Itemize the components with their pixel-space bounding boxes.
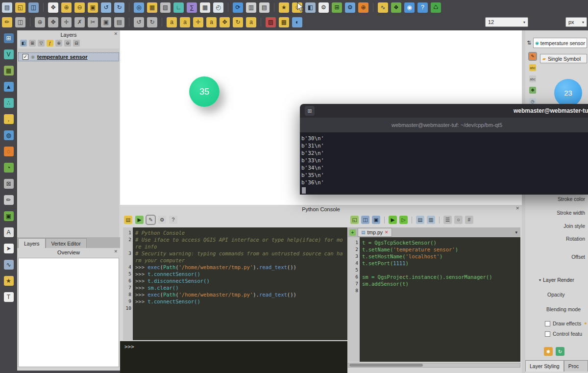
find-text-icon[interactable]: ○ [454, 216, 463, 224]
terminal-tab-bar[interactable]: webmaster@webmaster-tuf: ~/dev/cpp/bm-qt… [300, 118, 588, 132]
annotation-text-icon[interactable]: A [4, 227, 14, 237]
zoom-last-icon[interactable]: ↺ [101, 2, 111, 13]
python-console-icon[interactable]: ∿ [378, 2, 388, 13]
scrollbar-thumb[interactable] [349, 364, 423, 367]
move-label-icon[interactable]: ✥ [220, 17, 230, 27]
attribute-table-icon[interactable]: ▦ [200, 2, 210, 13]
save-as-script-icon[interactable]: ▣ [372, 216, 380, 224]
measure-icon[interactable]: ∟ [173, 2, 184, 13]
tab-layer-styling[interactable]: Layer Styling [525, 360, 564, 372]
polyline-annotation-icon[interactable]: ∿ [4, 260, 14, 270]
symbol-preview-circle[interactable]: 23 [554, 79, 582, 107]
new-terminal-tab-icon[interactable]: ⊞ [305, 106, 315, 116]
copy-features-icon[interactable]: ▣ [101, 17, 111, 27]
save-script-icon[interactable]: ◫ [361, 216, 369, 224]
pan-map-icon[interactable]: ✥ [48, 2, 58, 13]
symbol-type-combo[interactable]: ▰ Single Symbol [540, 54, 587, 63]
zoom-in-icon[interactable]: ⊕ [61, 2, 72, 13]
refresh-map-icon[interactable]: ⟳ [233, 2, 243, 13]
diagrams-icon[interactable]: ❖ [529, 87, 536, 94]
console-output[interactable]: 1# Python Console2# Use iface to access … [123, 227, 347, 340]
delete-selected-icon[interactable]: ✗ [74, 17, 85, 27]
redo-icon[interactable]: ↻ [147, 17, 157, 27]
filter-legend-icon[interactable]: ▽ [38, 40, 45, 47]
zoom-out-icon[interactable]: ⊖ [74, 2, 85, 13]
layer-select-combo[interactable]: ◉ temperature sensor ▾ [533, 38, 587, 48]
panel-splitter[interactable] [522, 30, 525, 373]
live-update-icon[interactable]: ⇅ [527, 40, 531, 46]
close-icon[interactable]: ✕ [114, 31, 118, 36]
recycle-icon[interactable]: ♺ [431, 2, 441, 13]
select-features-icon[interactable]: ▦ [147, 2, 157, 13]
add-xyz-layer-icon[interactable]: ⊠ [4, 179, 14, 189]
close-icon[interactable]: ✕ [114, 249, 118, 254]
zoom-full-icon[interactable]: ▣ [88, 2, 98, 13]
select-tool-icon[interactable]: ➤ [4, 244, 14, 253]
processing-toolbox-icon[interactable]: ⚙ [345, 2, 355, 13]
map-themes-icon[interactable]: ◧ [305, 2, 316, 13]
layer-visibility-checkbox[interactable]: ✓ [23, 54, 28, 60]
collapse-all-icon[interactable]: ⊖ [64, 40, 71, 47]
open-script-icon[interactable]: ◱ [350, 216, 359, 224]
editor-code[interactable]: 1t = QgsTcpSocketSensor()2t.setName('tem… [348, 237, 520, 362]
star-annotation-icon[interactable]: ★ [4, 276, 14, 286]
project-new-icon[interactable]: ▤ [2, 2, 12, 13]
add-spatialite-layer-icon[interactable]: ◌ [4, 147, 14, 156]
plugin-manager-icon[interactable]: ⊕ [358, 2, 368, 13]
remove-layer-icon[interactable]: ⊟ [73, 40, 80, 47]
metasearch-icon[interactable]: ◐ [292, 17, 302, 27]
clear-console-icon[interactable]: ▤ [124, 216, 132, 224]
draw-effects-checkbox[interactable] [545, 321, 550, 326]
layer-item[interactable]: ✓ ◉ temperature sensor [18, 52, 119, 61]
object-inspector-icon[interactable]: ☰ [443, 216, 452, 224]
comment-code-icon[interactable]: ▤ [416, 216, 424, 224]
close-icon[interactable]: ✕ [515, 206, 519, 211]
symbology-icon[interactable]: ✎ [529, 53, 536, 60]
move-feature-icon[interactable]: ✥ [48, 17, 58, 27]
style-refresh-button[interactable]: ↻ [556, 347, 564, 356]
uncomment-code-icon[interactable]: ▥ [427, 216, 435, 224]
add-group-icon[interactable]: ⊞ [29, 40, 36, 47]
annotations-icon[interactable]: ▩ [279, 17, 289, 27]
style-wrench-button[interactable]: ✱ [544, 347, 553, 356]
new-shapefile-icon[interactable]: ✏ [4, 195, 14, 205]
add-wms-layer-icon[interactable]: ◔ [4, 163, 14, 173]
unit-combo[interactable]: px ▾ [565, 17, 587, 27]
close-tab-icon[interactable]: ✕ [385, 230, 389, 235]
add-postgis-layer-icon[interactable]: ◍ [4, 130, 14, 140]
filter-expression-icon[interactable]: ƒ [47, 40, 53, 47]
statistics-icon[interactable]: ∑ [187, 2, 197, 13]
terminal-body[interactable]: b'30\n'b'31\n'b'32\n'b'33\n'b'34\n'b'35\… [300, 132, 588, 195]
decorations-icon[interactable]: ▨ [266, 17, 276, 27]
save-edits-icon[interactable]: ◫ [15, 17, 25, 27]
run-selected-icon[interactable]: ▷ [399, 216, 408, 224]
data-source-manager-icon[interactable]: ⊞ [4, 33, 14, 43]
show-editor-icon[interactable]: ✎ [147, 216, 155, 224]
paste-features-icon[interactable]: ▤ [114, 17, 124, 27]
deselect-features-icon[interactable]: ▧ [160, 2, 171, 13]
add-point-cloud-icon[interactable]: ∴ [4, 98, 14, 108]
terminal-window[interactable]: ⊞ webmaster@webmaster-tuf webmaster@webm… [300, 104, 588, 195]
editor-tab-tmp-py[interactable]: ▤ tmp.py ✕ [358, 228, 392, 237]
undo-icon[interactable]: ↺ [134, 17, 144, 27]
terminal-titlebar[interactable]: ⊞ webmaster@webmaster-tuf [300, 104, 588, 118]
zoom-next-icon[interactable]: ↻ [114, 2, 124, 13]
change-label-icon[interactable]: a [246, 17, 256, 27]
tab-list-icon[interactable]: ▾ [515, 230, 517, 235]
pin-labels-icon[interactable]: ✛ [193, 17, 203, 27]
tab-layers[interactable]: Layers [18, 238, 46, 248]
add-vector-layer-icon[interactable]: V [4, 50, 14, 59]
help-icon[interactable]: ? [417, 2, 428, 13]
grass-tools-icon[interactable]: ❖ [391, 2, 401, 13]
expand-all-icon[interactable]: ⊕ [55, 40, 62, 47]
layout-manager-icon[interactable]: ▤ [259, 2, 270, 13]
layer-rendering-header[interactable]: ▾ Layer Render [539, 277, 574, 283]
print-layout-icon[interactable]: ▥ [246, 2, 256, 13]
vertex-tool-icon[interactable]: ✛ [61, 17, 72, 27]
sensor-marker[interactable]: 35 [189, 76, 220, 107]
highlight-labels-icon[interactable]: a [206, 17, 217, 27]
add-raster-layer-icon[interactable]: ▦ [4, 66, 14, 75]
labeling-options-icon[interactable]: a [180, 17, 190, 27]
layer-labeling-icon[interactable]: a [167, 17, 177, 27]
syntax-check-icon[interactable]: # [465, 216, 473, 224]
